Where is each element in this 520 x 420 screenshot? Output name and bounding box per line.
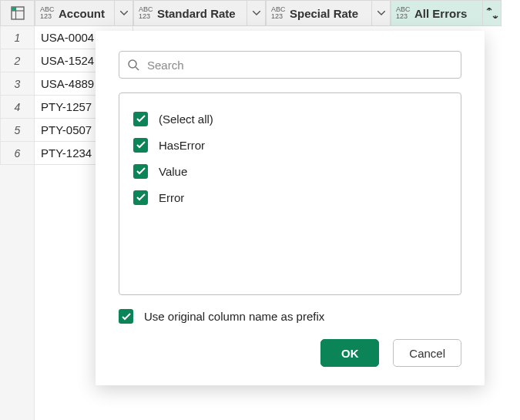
column-header-standard-rate[interactable]: ABC123 Standard Rate	[133, 0, 266, 26]
column-select-list: (Select all) HasError Value Error	[119, 92, 461, 295]
cancel-button[interactable]: Cancel	[393, 339, 461, 367]
chevron-down-icon	[120, 11, 128, 15]
use-prefix-label: Use original column name as prefix	[144, 310, 324, 323]
search-input[interactable]	[146, 58, 453, 72]
expand-column-popup: (Select all) HasError Value Error Use or…	[96, 31, 485, 385]
row-number: 5	[0, 119, 35, 142]
option-value[interactable]: Value	[133, 158, 447, 184]
checkbox-checked-icon[interactable]	[133, 164, 148, 179]
search-box[interactable]	[119, 51, 461, 79]
column-name: Standard Rate	[156, 7, 247, 20]
datatype-icon: ABC123	[134, 6, 156, 20]
row-number: 4	[0, 96, 35, 119]
row-number: 2	[0, 49, 35, 72]
svg-point-4	[129, 60, 136, 68]
chevron-down-icon	[253, 11, 260, 15]
checkbox-checked-icon[interactable]	[119, 309, 133, 324]
use-prefix-option[interactable]: Use original column name as prefix	[119, 309, 461, 324]
filter-dropdown-button[interactable]	[114, 1, 133, 25]
filter-dropdown-button[interactable]	[247, 1, 265, 25]
checkbox-checked-icon[interactable]	[133, 138, 148, 153]
column-header-account[interactable]: ABC123 Account	[35, 0, 133, 26]
column-header-all-errors[interactable]: ABC123 All Errors	[391, 0, 502, 26]
filter-dropdown-button[interactable]	[371, 1, 390, 25]
option-label: Error	[159, 191, 184, 204]
option-select-all[interactable]: (Select all)	[133, 106, 447, 132]
column-name: Special Rate	[288, 7, 371, 20]
datatype-icon: ABC123	[391, 6, 413, 20]
row-number: 6	[0, 142, 35, 165]
column-name: All Errors	[413, 7, 482, 20]
ok-button[interactable]: OK	[320, 339, 379, 367]
search-icon	[127, 59, 139, 71]
option-haserror[interactable]: HasError	[133, 132, 447, 158]
dialog-buttons: OK Cancel	[119, 339, 461, 367]
option-label: HasError	[159, 139, 205, 152]
header-row: ABC123 Account ABC123 Standard Rate ABC1…	[0, 0, 520, 26]
datatype-icon: ABC123	[35, 6, 57, 20]
expand-icon	[486, 8, 498, 18]
option-label: Value	[159, 165, 187, 178]
select-all-corner[interactable]	[0, 0, 35, 26]
checkbox-checked-icon[interactable]	[133, 112, 148, 126]
expand-column-button[interactable]	[482, 1, 501, 25]
svg-rect-3	[12, 7, 16, 11]
svg-line-5	[136, 67, 139, 70]
column-header-special-rate[interactable]: ABC123 Special Rate	[266, 0, 391, 26]
chevron-down-icon	[377, 11, 385, 15]
row-number: 3	[0, 72, 35, 96]
datatype-icon: ABC123	[267, 6, 288, 20]
row-number: 1	[0, 26, 35, 49]
checkbox-checked-icon[interactable]	[133, 190, 148, 205]
option-error[interactable]: Error	[133, 184, 447, 210]
option-label: (Select all)	[159, 113, 213, 126]
table-icon	[11, 6, 25, 20]
column-name: Account	[57, 7, 114, 20]
